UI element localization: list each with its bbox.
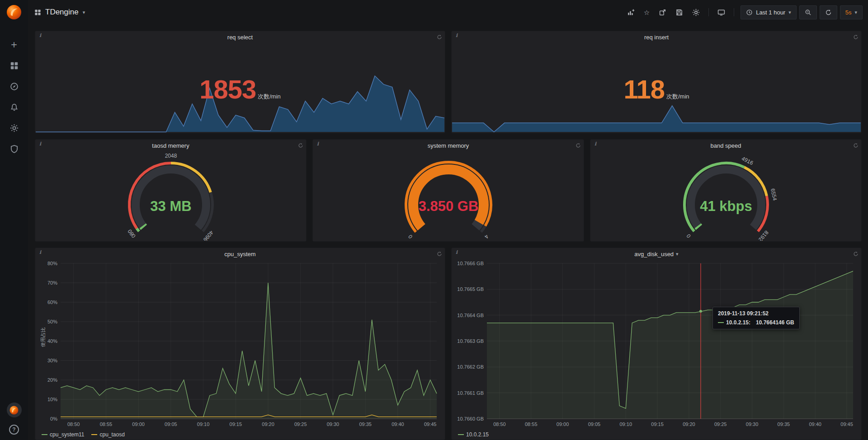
panel-req-insert: i req insert 118次数/min xyxy=(451,31,862,133)
zoom-out-icon xyxy=(805,9,811,16)
panel-title[interactable]: cpu_system xyxy=(224,251,255,257)
sidebar: + ? xyxy=(0,0,28,440)
star-icon: ☆ xyxy=(644,9,650,16)
panel-info-icon[interactable]: i xyxy=(38,140,43,148)
svg-text:10.7660 GB: 10.7660 GB xyxy=(457,416,484,421)
panel-title[interactable]: band speed xyxy=(711,142,741,149)
sidebar-item-dashboards[interactable] xyxy=(0,55,28,76)
panel-title[interactable]: taosd memery xyxy=(152,142,189,149)
dashboard-settings-button[interactable] xyxy=(688,6,704,19)
sidebar-item-configuration[interactable] xyxy=(0,117,28,138)
panel-info-icon[interactable]: i xyxy=(38,248,43,256)
panel-info-icon[interactable]: i xyxy=(315,140,321,148)
svg-text:6554: 6554 xyxy=(769,188,778,201)
svg-text:08:55: 08:55 xyxy=(100,421,113,427)
panel-info-icon[interactable]: i xyxy=(593,140,598,148)
panel-info-icon[interactable]: i xyxy=(38,32,43,39)
svg-text:50%: 50% xyxy=(47,319,57,324)
panel-sync-icon xyxy=(853,142,859,150)
panel-info-icon[interactable]: i xyxy=(454,248,459,256)
sidebar-item-create[interactable]: + xyxy=(0,34,28,55)
svg-text:09:45: 09:45 xyxy=(424,421,437,427)
svg-text:70%: 70% xyxy=(47,280,57,286)
legend-color-swatch xyxy=(458,434,464,435)
top-navbar: TDengine ▾ ☆ xyxy=(28,0,868,24)
time-range-label: Last 1 hour xyxy=(756,9,785,16)
shield-icon xyxy=(10,145,19,153)
panel-sync-icon xyxy=(437,250,442,258)
tooltip-series-swatch xyxy=(718,322,724,323)
disk-graph-area[interactable]: 10.7660 GB10.7661 GB10.7662 GB10.7663 GB… xyxy=(454,260,858,428)
share-button[interactable] xyxy=(655,6,670,19)
svg-text:09:00: 09:00 xyxy=(557,421,569,427)
taosd-memory-gauge: 0802048409633 MB xyxy=(35,151,306,241)
clock-icon xyxy=(746,9,753,16)
compass-icon xyxy=(10,82,19,91)
svg-text:4: 4 xyxy=(483,233,490,239)
svg-text:30%: 30% xyxy=(47,358,57,363)
dashboard-title: TDengine xyxy=(45,8,79,17)
dashboards-grid-icon xyxy=(10,61,19,70)
svg-text:09:05: 09:05 xyxy=(588,421,601,427)
panel-sync-icon xyxy=(437,33,442,42)
add-panel-button[interactable] xyxy=(623,6,639,19)
zoom-out-button[interactable] xyxy=(799,5,817,19)
panel-menu-caret-icon[interactable]: ▾ xyxy=(676,252,679,257)
svg-text:10.7662 GB: 10.7662 GB xyxy=(457,364,484,370)
svg-text:09:25: 09:25 xyxy=(294,421,307,427)
gear-icon xyxy=(692,9,700,16)
grafana-logo-icon[interactable] xyxy=(5,4,23,21)
cpu-graph-area[interactable]: 使用占比 0%10%20%30%40%50%60%70%80%08:5008:5… xyxy=(38,260,441,428)
panel-info-icon[interactable]: i xyxy=(454,32,459,39)
tv-mode-button[interactable] xyxy=(713,6,729,19)
svg-text:09:10: 09:10 xyxy=(197,421,210,427)
svg-text:09:15: 09:15 xyxy=(651,421,664,427)
sidebar-item-explore[interactable] xyxy=(0,76,28,97)
divider xyxy=(734,8,734,16)
disk-graph[interactable]: 10.7660 GB10.7661 GB10.7662 GB10.7663 GB… xyxy=(454,260,858,428)
legend-item-cpu-system11[interactable]: cpu_system11 xyxy=(42,431,84,438)
panel-sync-icon xyxy=(298,142,303,150)
sidebar-item-server-admin[interactable] xyxy=(0,138,28,159)
svg-text:80%: 80% xyxy=(47,261,57,266)
time-range-button[interactable]: Last 1 hour ▾ xyxy=(741,5,797,19)
tooltip-series-value: 10.7664146 GB xyxy=(756,319,794,326)
panel-title[interactable]: req select xyxy=(227,34,253,41)
panel-title[interactable]: system memory xyxy=(428,142,469,149)
svg-text:09:25: 09:25 xyxy=(714,421,727,427)
dashboard-grid-icon xyxy=(34,9,41,16)
svg-text:09:00: 09:00 xyxy=(132,421,145,427)
legend-item-cpu-taosd[interactable]: cpu_taosd xyxy=(91,431,124,438)
svg-text:10.7664 GB: 10.7664 GB xyxy=(457,313,484,318)
save-button[interactable] xyxy=(671,6,687,19)
svg-text:10.7663 GB: 10.7663 GB xyxy=(457,338,484,344)
dashboard-title-button[interactable]: TDengine ▾ xyxy=(34,8,85,17)
share-icon xyxy=(659,9,666,16)
svg-text:09:40: 09:40 xyxy=(392,421,404,427)
panel-title[interactable]: req insert xyxy=(644,34,669,41)
sidebar-item-alerting[interactable] xyxy=(0,97,28,117)
svg-text:09:45: 09:45 xyxy=(840,421,853,427)
req-select-unit: 次数/min xyxy=(258,93,281,100)
band-speed-gauge: 049166554819241 kbps xyxy=(590,151,861,241)
cpu-graph[interactable]: 0%10%20%30%40%50%60%70%80%08:5008:5509:0… xyxy=(38,260,441,428)
legend-color-swatch xyxy=(42,434,47,435)
panel-system-memory: i system memory 043.850 GB xyxy=(312,139,584,242)
graph-tooltip: 2019-11-13 09:21:52 10.0.2.15: 10.766414… xyxy=(712,307,800,329)
svg-text:10.7665 GB: 10.7665 GB xyxy=(457,286,484,292)
disk-legend: 10.0.2.15 xyxy=(458,431,489,438)
legend-item-host[interactable]: 10.0.2.15 xyxy=(458,431,489,438)
chevron-down-icon: ▾ xyxy=(788,10,791,15)
svg-text:09:20: 09:20 xyxy=(683,421,695,427)
svg-text:09:15: 09:15 xyxy=(230,421,242,427)
star-button[interactable]: ☆ xyxy=(640,6,654,19)
tooltip-series-name: 10.0.2.15: xyxy=(726,319,750,326)
panel-title[interactable]: avg_disk_used xyxy=(634,251,674,257)
refresh-button[interactable] xyxy=(820,5,837,19)
svg-text:09:35: 09:35 xyxy=(778,421,790,427)
refresh-interval-button[interactable]: 5s ▾ xyxy=(840,5,863,19)
cpu-y-axis-title: 使用占比 xyxy=(40,323,47,351)
user-avatar[interactable] xyxy=(7,403,22,417)
add-panel-icon xyxy=(627,9,635,16)
help-button[interactable]: ? xyxy=(9,425,19,435)
